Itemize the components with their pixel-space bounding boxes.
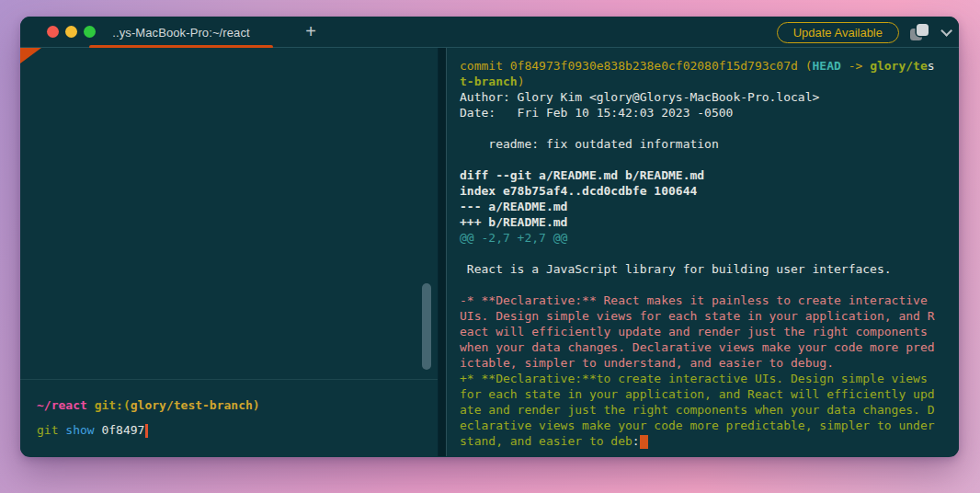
terminal-text-span: s bbox=[928, 59, 935, 73]
terminal-text-span: -* **Declarative:** React makes it painl… bbox=[460, 293, 928, 307]
terminal-text-span: t-branch bbox=[460, 75, 518, 88]
terminal-output-line: -* **Declarative:** React makes it painl… bbox=[460, 292, 959, 308]
terminal-output-line: commit 0f84973f0930e838b238e0cf02080f15d… bbox=[460, 58, 959, 74]
terminal-text-span: commit 0f84973f0930e838b238e0cf02080f15d… bbox=[460, 59, 813, 73]
terminal-output-line: t-branch) bbox=[460, 74, 959, 89]
left-terminal-pane[interactable]: ~/react git:(glory/test-branch) git show… bbox=[20, 48, 439, 456]
tab-bar: ..ys-MacBook-Pro:~/react + Update Availa… bbox=[20, 17, 959, 48]
terminal-output-line: readme: fix outdated information bbox=[460, 136, 959, 152]
prompt-close-paren: ) bbox=[253, 398, 260, 412]
terminal-output-line bbox=[460, 152, 959, 167]
terminal-output-line: eact will efficiently update and render … bbox=[460, 324, 959, 339]
terminal-text-span: readme: fix outdated information bbox=[460, 137, 719, 151]
left-pane-scrollbar-thumb[interactable] bbox=[422, 283, 431, 370]
git-show-output: commit 0f84973f0930e838b238e0cf02080f15d… bbox=[460, 58, 959, 449]
terminal-text-span: eact will efficiently update and render … bbox=[460, 325, 928, 338]
terminal-output-line: diff --git a/README.md b/README.md bbox=[460, 167, 959, 183]
terminal-output-line: UIs. Design simple views for each state … bbox=[460, 308, 959, 324]
terminal-text-span: Date: Fri Feb 10 15:42:03 2023 -0500 bbox=[460, 106, 733, 120]
pane-divider[interactable] bbox=[439, 48, 447, 456]
terminal-output-line: stand, and easier to deb: bbox=[460, 433, 959, 449]
pane-corner-flag-icon bbox=[20, 48, 41, 63]
terminal-text-span: diff --git a/README.md b/README.md bbox=[460, 168, 704, 182]
tab-bar-actions: Update Available bbox=[777, 17, 949, 48]
terminal-output-line: Date: Fri Feb 10 15:42:03 2023 -0500 bbox=[460, 105, 959, 120]
terminal-text-span: @@ -2,7 +2,7 @@ bbox=[460, 231, 567, 245]
terminal-output-line bbox=[460, 246, 959, 261]
update-available-button[interactable]: Update Available bbox=[777, 22, 899, 43]
command-subcommand: show bbox=[65, 423, 101, 437]
terminal-text-span: ictable, simpler to understand, and easi… bbox=[460, 356, 834, 370]
terminal-text-span: HEAD bbox=[813, 59, 841, 73]
terminal-text-span: Author: Glory Kim <glory@Glorys-MacBook-… bbox=[460, 90, 819, 104]
close-window-button[interactable] bbox=[47, 26, 59, 38]
terminal-output-line: @@ -2,7 +2,7 @@ bbox=[460, 230, 959, 246]
terminal-output-line: +* **Declarative:**to create interactive… bbox=[460, 371, 959, 386]
panes-icon-front-square bbox=[917, 24, 929, 36]
terminal-output-line: Author: Glory Kim <glory@Glorys-MacBook-… bbox=[460, 89, 959, 105]
terminal-output-line: ictable, simpler to understand, and easi… bbox=[460, 355, 959, 371]
tab-title: ..ys-MacBook-Pro:~/react bbox=[112, 26, 249, 40]
chevron-down-icon[interactable] bbox=[940, 25, 952, 37]
terminal-text-span: ate and render just the right components… bbox=[460, 403, 935, 417]
terminal-output-line: +++ b/README.md bbox=[460, 214, 959, 230]
terminal-output-line: for each state in your application, and … bbox=[460, 386, 959, 402]
terminal-output-line: --- a/README.md bbox=[460, 199, 959, 214]
terminal-text-span: ) bbox=[518, 75, 525, 88]
minimize-window-button[interactable] bbox=[65, 26, 77, 38]
terminal-text-span: React is a JavaScript library for buildi… bbox=[460, 262, 892, 276]
terminal-text-span: for each state in your application, and … bbox=[460, 387, 935, 401]
terminal-text-span: -> bbox=[841, 59, 870, 73]
terminal-output-line: React is a JavaScript library for buildi… bbox=[460, 261, 959, 277]
terminal-text-span: when your data changes. Declarative view… bbox=[460, 340, 935, 354]
new-tab-button[interactable]: + bbox=[299, 20, 323, 44]
terminal-text-span: --- a/README.md bbox=[460, 200, 567, 213]
right-terminal-pane[interactable]: commit 0f84973f0930e838b238e0cf02080f15d… bbox=[447, 48, 959, 456]
block-cursor bbox=[640, 435, 648, 449]
prompt-git-prefix: git:( bbox=[95, 398, 131, 412]
terminal-output-line bbox=[460, 277, 959, 292]
terminal-output-line: index e78b75af4..dcd0cdbfe 100644 bbox=[460, 183, 959, 199]
terminal-text-span: UIs. Design simple views for each state … bbox=[460, 309, 935, 323]
shell-prompt: ~/react git:(glory/test-branch) bbox=[37, 397, 438, 413]
text-cursor bbox=[145, 424, 148, 438]
terminal-window: ..ys-MacBook-Pro:~/react + Update Availa… bbox=[20, 17, 959, 457]
terminal-text-span: eclarative views make your code more pre… bbox=[460, 418, 935, 432]
terminal-text-span: glory/te bbox=[870, 59, 928, 73]
window-content: ~/react git:(glory/test-branch) git show… bbox=[20, 48, 959, 456]
terminal-text-span: +++ b/README.md bbox=[460, 215, 567, 229]
terminal-output-line bbox=[460, 120, 959, 136]
command-program: git bbox=[37, 423, 65, 437]
terminal-output-line: ate and render just the right components… bbox=[460, 402, 959, 418]
terminal-text-span: : bbox=[632, 434, 640, 448]
terminal-text-span: stand, and easier to deb bbox=[460, 434, 632, 448]
command-input[interactable]: git show 0f8497 bbox=[37, 422, 438, 438]
terminal-output-line: when your data changes. Declarative view… bbox=[460, 339, 959, 355]
prompt-git-branch: glory/test-branch bbox=[131, 398, 253, 412]
terminal-text-span: index e78b75af4..dcd0cdbfe 100644 bbox=[460, 184, 697, 198]
prompt-cwd: ~/react bbox=[37, 398, 95, 412]
command-block[interactable]: ~/react git:(glory/test-branch) git show… bbox=[20, 379, 438, 456]
command-arg: 0f8497 bbox=[101, 423, 144, 437]
terminal-text-span: +* **Declarative:**to create interactive… bbox=[460, 372, 928, 385]
tab-terminal-react[interactable]: ..ys-MacBook-Pro:~/react bbox=[89, 17, 273, 48]
panes-icon[interactable] bbox=[910, 23, 931, 41]
terminal-output-line: eclarative views make your code more pre… bbox=[460, 418, 959, 433]
